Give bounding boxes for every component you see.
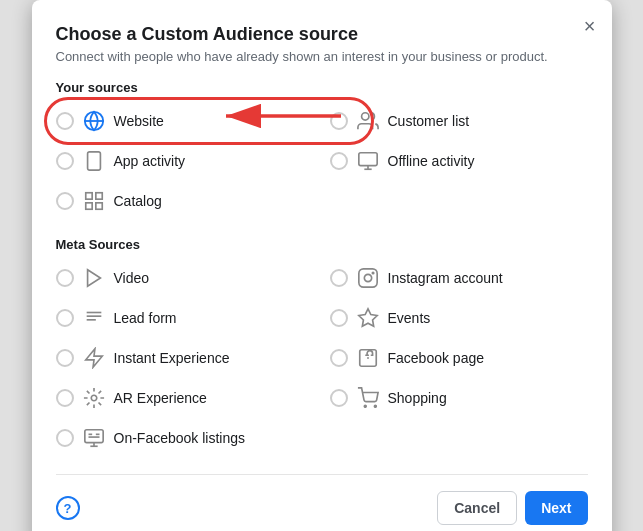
option-instagram[interactable]: Instagram account	[330, 262, 588, 294]
empty-cell-2	[330, 422, 588, 454]
option-instant-experience[interactable]: Instant Experience	[56, 342, 314, 374]
facebook-page-icon	[356, 346, 380, 370]
option-offline-activity[interactable]: Offline activity	[330, 145, 588, 177]
catalog-icon	[82, 189, 106, 213]
offline-activity-icon	[356, 149, 380, 173]
option-website[interactable]: Website	[56, 105, 314, 137]
catalog-label: Catalog	[114, 193, 162, 209]
instant-experience-label: Instant Experience	[114, 350, 230, 366]
app-activity-label: App activity	[114, 153, 186, 169]
your-sources-label: Your sources	[56, 80, 588, 95]
radio-shopping[interactable]	[330, 389, 348, 407]
svg-marker-22	[85, 349, 102, 367]
cancel-button[interactable]: Cancel	[437, 491, 517, 525]
ar-experience-label: AR Experience	[114, 390, 207, 406]
app-activity-icon	[82, 149, 106, 173]
customer-list-label: Customer list	[388, 113, 470, 129]
radio-offline-activity[interactable]	[330, 152, 348, 170]
svg-point-17	[372, 272, 373, 273]
option-on-facebook-listings[interactable]: On-Facebook listings	[56, 422, 314, 454]
customer-list-icon	[356, 109, 380, 133]
video-icon	[82, 266, 106, 290]
svg-rect-29	[84, 430, 102, 443]
meta-sources-label: Meta Sources	[56, 237, 588, 252]
svg-point-27	[364, 405, 366, 407]
video-label: Video	[114, 270, 150, 286]
shopping-label: Shopping	[388, 390, 447, 406]
svg-marker-21	[358, 309, 376, 326]
radio-instagram[interactable]	[330, 269, 348, 287]
radio-instant-experience[interactable]	[56, 349, 74, 367]
shopping-icon	[356, 386, 380, 410]
red-arrow	[216, 101, 346, 131]
svg-point-4	[361, 113, 368, 120]
svg-rect-11	[95, 193, 101, 199]
lead-form-label: Lead form	[114, 310, 177, 326]
radio-ar-experience[interactable]	[56, 389, 74, 407]
website-label: Website	[114, 113, 164, 129]
svg-rect-12	[85, 203, 91, 209]
radio-lead-form[interactable]	[56, 309, 74, 327]
radio-website[interactable]	[56, 112, 74, 130]
option-lead-form[interactable]: Lead form	[56, 302, 314, 334]
svg-point-16	[364, 274, 371, 281]
svg-rect-13	[95, 203, 101, 209]
option-events[interactable]: Events	[330, 302, 588, 334]
radio-on-facebook-listings[interactable]	[56, 429, 74, 447]
lead-form-icon	[82, 306, 106, 330]
modal-header: Choose a Custom Audience source Connect …	[56, 24, 588, 64]
radio-app-activity[interactable]	[56, 152, 74, 170]
events-icon	[356, 306, 380, 330]
option-video[interactable]: Video	[56, 262, 314, 294]
modal-footer: ? Cancel Next	[56, 474, 588, 525]
radio-video[interactable]	[56, 269, 74, 287]
offline-activity-label: Offline activity	[388, 153, 475, 169]
help-button[interactable]: ?	[56, 496, 80, 520]
radio-facebook-page[interactable]	[330, 349, 348, 367]
option-facebook-page[interactable]: Facebook page	[330, 342, 588, 374]
facebook-page-label: Facebook page	[388, 350, 485, 366]
svg-point-26	[91, 395, 97, 401]
radio-events[interactable]	[330, 309, 348, 327]
svg-marker-14	[87, 270, 100, 287]
modal-subtitle: Connect with people who have already sho…	[56, 49, 588, 64]
ar-experience-icon	[82, 386, 106, 410]
svg-rect-5	[87, 152, 100, 170]
svg-rect-7	[358, 153, 376, 166]
modal: Choose a Custom Audience source Connect …	[32, 0, 612, 531]
events-label: Events	[388, 310, 431, 326]
on-facebook-listings-icon	[82, 426, 106, 450]
svg-rect-15	[358, 269, 376, 287]
option-shopping[interactable]: Shopping	[330, 382, 588, 414]
website-icon	[82, 109, 106, 133]
instagram-icon	[356, 266, 380, 290]
on-facebook-listings-label: On-Facebook listings	[114, 430, 246, 446]
option-app-activity[interactable]: App activity	[56, 145, 314, 177]
empty-cell	[330, 185, 588, 217]
close-button[interactable]: ×	[584, 16, 596, 36]
option-ar-experience[interactable]: AR Experience	[56, 382, 314, 414]
option-customer-list[interactable]: Customer list	[330, 105, 588, 137]
radio-catalog[interactable]	[56, 192, 74, 210]
instant-experience-icon	[82, 346, 106, 370]
next-button[interactable]: Next	[525, 491, 587, 525]
modal-title: Choose a Custom Audience source	[56, 24, 588, 45]
option-catalog[interactable]: Catalog	[56, 185, 314, 217]
svg-rect-10	[85, 193, 91, 199]
svg-point-28	[374, 405, 376, 407]
instagram-label: Instagram account	[388, 270, 503, 286]
